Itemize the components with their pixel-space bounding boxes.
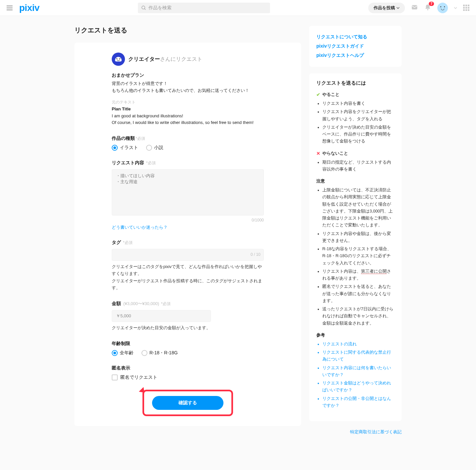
notification-badge: 7 — [429, 2, 434, 6]
list-item: 期日の指定など、リクエストする内容以外の事を書く — [322, 159, 394, 173]
list-item: リクエスト内容をクリエイターが把握しやすいよう、タグを入れる — [322, 108, 394, 123]
svg-line-1 — [144, 9, 145, 10]
apps-icon[interactable] — [463, 5, 469, 11]
anonymous-checkbox[interactable]: 匿名でリクエスト — [112, 374, 264, 380]
plan-description-en: I am good at background illustrations! O… — [112, 113, 264, 127]
request-content-label: リクエスト内容 *必須 — [112, 160, 264, 166]
radio-r18-label: R-18・R-18G — [149, 350, 178, 356]
radio-novel[interactable]: 小説 — [146, 145, 163, 151]
list-item: クリエイターが決めた目安の金額をベースに、作品作りに費やす時間を想像して金額をつ… — [322, 124, 394, 145]
tag-counter: 0 / 10 — [251, 252, 260, 257]
post-work-button[interactable]: 作品を投稿 — [368, 3, 405, 13]
list-item: 上限金額については、不正決済防止の観点から利用実態に応じて上限金額を低く設定させ… — [322, 187, 394, 229]
content-counter: 0/1000 — [112, 218, 264, 222]
do-heading: ✔ やること — [316, 92, 394, 98]
list-item[interactable]: リクエストの公開・非公開とはなんですか？ — [322, 395, 394, 410]
list-item[interactable]: リクエスト金額はどうやって決めればいいですか？ — [322, 380, 394, 394]
creator-suffix: さんにリクエスト — [160, 56, 202, 62]
request-form-card: クリエイターさんにリクエスト おまかせプラン 背景のイラストが得意です！ もちろ… — [74, 43, 301, 426]
svg-point-3 — [427, 9, 428, 11]
user-avatar[interactable] — [437, 3, 448, 13]
tag-note: クリエイターはこのタグをpixivで見て、どんな作品を作ればいいかを把握しやすく… — [112, 263, 264, 292]
mail-icon[interactable] — [411, 4, 418, 12]
caution-heading: 注意 — [316, 178, 394, 184]
bell-icon[interactable]: 7 — [424, 4, 431, 12]
age-restriction-label: 年齢制限 — [112, 341, 264, 347]
svg-rect-2 — [412, 5, 417, 10]
radio-all-ages-label: 全年齢 — [120, 350, 134, 356]
writing-help-link[interactable]: どう書いていいか迷ったら？ — [112, 224, 168, 230]
request-content-textarea[interactable] — [112, 169, 264, 215]
list-item: リクエスト内容や金額は、後から変更できません。 — [322, 230, 394, 245]
menu-icon[interactable] — [7, 6, 13, 10]
howto-title: リクエストを送るには — [316, 80, 394, 86]
svg-point-0 — [142, 6, 145, 9]
radio-circle-icon — [146, 145, 152, 151]
sidebar-link-about[interactable]: リクエストについて知る — [316, 32, 394, 42]
list-item: リクエスト内容を書く — [322, 100, 394, 107]
dont-heading: ✕ やらないこと — [316, 150, 394, 156]
original-text-label: 元のテキスト — [112, 99, 264, 105]
sidebar-howto-card: リクエストを送るには ✔ やること リクエスト内容を書くリクエスト内容をクリエイ… — [309, 73, 402, 421]
creator-avatar — [112, 53, 125, 66]
page-title: リクエストを送る — [74, 26, 301, 35]
radio-illust-label: イラスト — [120, 145, 138, 151]
radio-circle-icon — [141, 350, 147, 356]
sidebar-link-help[interactable]: pixivリクエストヘルプ — [316, 51, 394, 60]
list-item[interactable]: リクエストの流れ — [322, 341, 394, 348]
post-button-label: 作品を投稿 — [374, 5, 395, 11]
sidebar-links-card: リクエストについて知る pixivリクエストガイド pixivリクエストヘルプ — [309, 26, 402, 67]
search-icon — [141, 5, 146, 11]
plan-description: 背景のイラストが得意です！ もちろん他のイラストも書いてみたいので、お気軽に送っ… — [112, 80, 264, 94]
radio-novel-label: 小説 — [154, 145, 163, 151]
list-item: R-18な内容をリクエストする場合、R-18・R-18Gのリクエストに必ずチェッ… — [322, 246, 394, 267]
list-item: リクエスト内容は、第三者に公開される事があります。 — [322, 268, 394, 282]
work-type-label: 作品の種類*必須 — [112, 136, 264, 141]
creator-name: クリエイター — [128, 56, 160, 62]
amount-input[interactable]: ￥5,000 — [112, 310, 211, 322]
plan-title: おまかせプラン — [112, 72, 264, 78]
search-placeholder: 作品を検索 — [148, 5, 172, 11]
reference-heading: 参考 — [316, 332, 394, 338]
logo[interactable]: pixiv — [19, 3, 39, 13]
sidebar-link-guide[interactable]: pixivリクエストガイド — [316, 42, 394, 51]
checkbox-box-icon — [112, 374, 118, 380]
list-item: 送ったリクエストが7日以内に受けられなければ自動でキャンセルされ、金額は全額返金… — [322, 306, 394, 327]
arrow-pointer-icon — [139, 387, 147, 395]
check-icon: ✔ — [316, 92, 320, 97]
highlight-annotation: 確認する — [142, 390, 233, 416]
tag-input[interactable] — [112, 249, 264, 261]
amount-note: クリエイターが決めた目安の金額が入っています。 — [112, 325, 264, 332]
list-item[interactable]: リクエストに関する代表的な禁止行為について — [322, 349, 394, 363]
radio-circle-icon — [112, 350, 118, 356]
tag-label: タグ *必須 — [112, 240, 264, 246]
search-input[interactable]: 作品を検索 — [138, 3, 270, 13]
anonymous-checkbox-label: 匿名でリクエスト — [120, 374, 157, 380]
radio-circle-icon — [112, 145, 118, 151]
cross-icon: ✕ — [316, 151, 320, 156]
chevron-down-icon — [396, 6, 400, 10]
radio-all-ages[interactable]: 全年齢 — [112, 350, 134, 356]
anonymous-label: 匿名表示 — [112, 365, 264, 371]
amount-value: ￥5,000 — [116, 313, 131, 319]
plan-title-en: Plan Title — [112, 106, 264, 111]
amount-label: 金額 (¥3,000〜¥30,000) *必須 — [112, 301, 264, 307]
radio-illust[interactable]: イラスト — [112, 145, 138, 151]
list-item: 匿名でリクエストを送ると、あなたが送った事が誰にも分からなくなります。 — [322, 283, 394, 304]
chevron-down-icon[interactable] — [454, 6, 457, 10]
legal-link[interactable]: 特定商取引法に基づく表記 — [350, 429, 402, 434]
confirm-button[interactable]: 確認する — [152, 396, 223, 410]
radio-r18[interactable]: R-18・R-18G — [141, 350, 178, 356]
list-item[interactable]: リクエスト内容には何を書いたらいいですか？ — [322, 365, 394, 379]
